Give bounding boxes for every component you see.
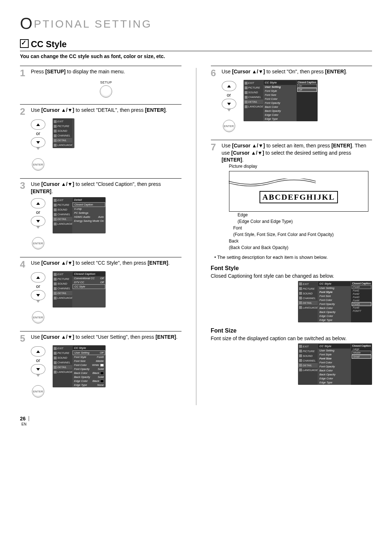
- cc-sample-text: ABCDEFGHIJKL: [260, 191, 338, 203]
- down-arrow-icon: [31, 216, 45, 226]
- cc-style-menu-screenshot: EXIT PICTURE SOUND CHANNEL DETAIL LANGUA…: [53, 345, 106, 387]
- picture-display-label: Picture display: [229, 164, 372, 169]
- section-title: CC Style: [20, 39, 372, 51]
- step-number: 3: [20, 181, 28, 190]
- step-number: 6: [211, 68, 219, 78]
- step-1: 1 Press [SETUP] to display the main menu…: [20, 66, 181, 98]
- step-text: Use [Cursor ▲/▼] to select an item, then…: [222, 142, 372, 164]
- page-header: OPTIONAL SETTING: [20, 15, 372, 33]
- step-4: 4 Use [Cursor ▲/▼] to select "CC Style",…: [20, 257, 181, 325]
- left-column: 1 Press [SETUP] to display the main menu…: [20, 66, 181, 405]
- column-divider: [196, 68, 196, 405]
- step-number: 2: [20, 107, 28, 116]
- step-text: Use [Cursor ▲/▼] to select "DETAIL", the…: [31, 107, 181, 114]
- down-arrow-icon: [31, 137, 45, 147]
- step-number: 5: [20, 334, 28, 343]
- step-text: Use [Cursor ▲/▼] to select "Closed Capti…: [31, 181, 181, 195]
- font-size-desc: Font size of the displayed caption can b…: [211, 335, 372, 341]
- font-style-menu-screenshot: EXIT PICTURE SOUND CHANNEL DETAIL LANGUA…: [298, 281, 372, 322]
- diagram-labels: Edge (Edge Color and Edge Type) Font (Fo…: [229, 212, 372, 251]
- step-5: 5 Use [Cursor ▲/▼] to select "User Setti…: [20, 331, 181, 399]
- step-text: Use [Cursor ▲/▼] to select "On", then pr…: [222, 68, 372, 76]
- cursor-buttons-graphic: or ENTER: [31, 118, 45, 172]
- right-column: 6 Use [Cursor ▲/▼] to select "On", then …: [211, 66, 372, 405]
- up-arrow-icon: [31, 198, 45, 208]
- main-menu-screenshot: EXIT PICTURE SOUND CHANNEL DETAIL LANGUA…: [53, 118, 74, 148]
- font-style-heading: Font Style: [211, 265, 372, 272]
- step-6: 6 Use [Cursor ▲/▼] to select "On", then …: [211, 66, 372, 133]
- step-7: 7 Use [Cursor ▲/▼] to select an item, th…: [211, 140, 372, 385]
- cursor-buttons-graphic: or ENTER: [31, 271, 45, 325]
- page-footer: 26 EN: [20, 405, 372, 426]
- enter-icon: ENTER: [32, 158, 44, 171]
- cursor-buttons-graphic: or ENTER: [31, 345, 45, 399]
- step-number: 7: [211, 142, 219, 152]
- step-2: 2 Use [Cursor ▲/▼] to select "DETAIL", t…: [20, 104, 181, 172]
- font-size-menu-screenshot: EXIT PICTURE SOUND CHANNEL DETAIL LANGUA…: [298, 343, 372, 385]
- step-3: 3 Use [Cursor ▲/▼] to select "Closed Cap…: [20, 178, 181, 250]
- user-setting-on-screenshot: EXIT PICTURE SOUND CHANNEL DETAIL LANGUA…: [244, 80, 318, 121]
- font-size-heading: Font Size: [211, 327, 372, 334]
- step-text: Use [Cursor ▲/▼] to select "CC Style", t…: [31, 260, 181, 267]
- cursor-buttons-graphic: or ENTER: [31, 197, 45, 250]
- checkbox-icon: [20, 39, 29, 48]
- cursor-buttons-graphic: or ENTER: [222, 80, 236, 133]
- dropcap: O: [20, 15, 34, 32]
- picture-display-diagram: ABCDEFGHIJKL: [229, 171, 369, 212]
- step-text: Press [SETUP] to display the main menu.: [31, 68, 181, 76]
- detail-menu-screenshot: EXIT PICTURE SOUND CHANNEL DETAIL LANGUA…: [53, 197, 106, 233]
- font-style-desc: Closed Captioning font style can be chan…: [211, 273, 372, 279]
- chevron-down-icon: [36, 147, 40, 156]
- or-label: or: [31, 131, 45, 136]
- step-text: Use [Cursor ▲/▼] to select "User Setting…: [31, 334, 181, 341]
- up-arrow-icon: [31, 119, 45, 130]
- step-number: 1: [20, 68, 28, 78]
- section-subtitle: You can change the CC style such as font…: [20, 53, 372, 59]
- setup-button-graphic: SETUP: [31, 81, 181, 98]
- page-number: 26: [20, 416, 26, 421]
- lang-label: EN: [21, 422, 372, 426]
- closed-caption-menu-screenshot: EXIT PICTURE SOUND CHANNEL DETAIL LANGUA…: [53, 271, 106, 307]
- setup-icon: [100, 85, 112, 98]
- enter-icon: ENTER: [32, 237, 44, 249]
- note-bullet: • The setting description for each item …: [215, 254, 372, 260]
- step-number: 4: [20, 260, 28, 269]
